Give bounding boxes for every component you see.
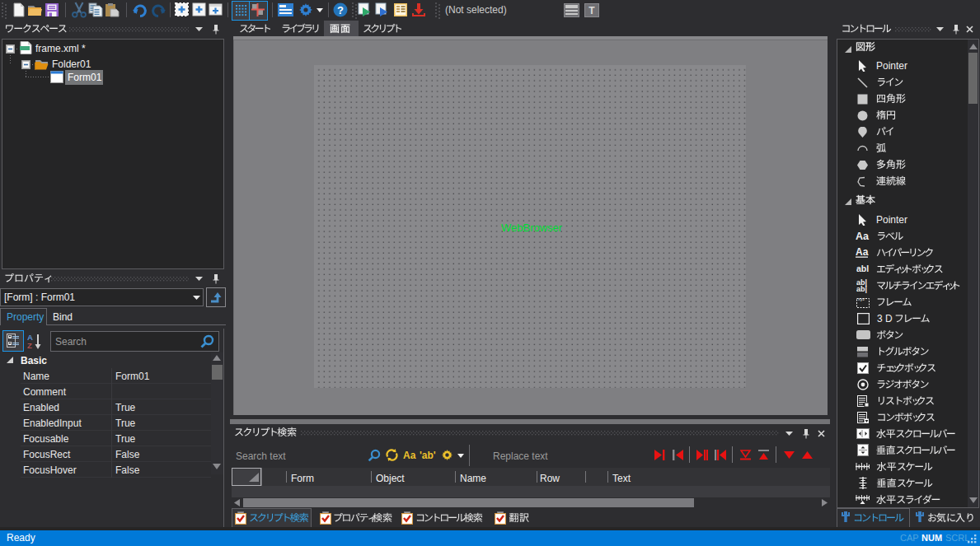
svg-text:ab|: ab| [856,285,867,293]
svg-text:T: T [588,5,595,16]
svg-text:Z: Z [27,341,32,350]
svg-text:Aa: Aa [856,246,869,258]
svg-text:?: ? [337,4,344,16]
svg-text:xyz: xyz [858,296,865,301]
svg-text:abl: abl [856,264,869,273]
svg-text:Aa: Aa [856,231,870,241]
